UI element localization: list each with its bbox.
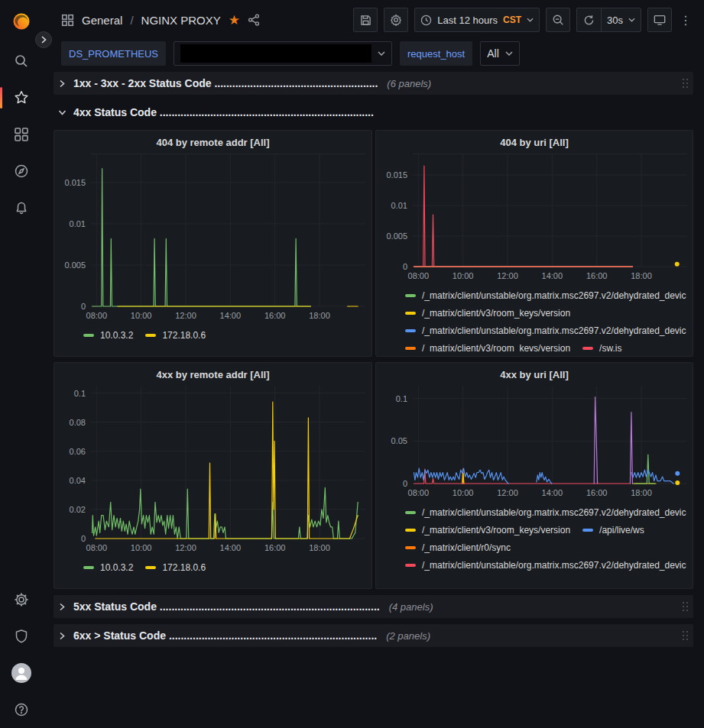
legend-item[interactable]: 10.0.3.2	[83, 558, 133, 576]
timeseries-chart[interactable]: 00.020.040.060.080.108:0010:0012:0014:00…	[60, 386, 365, 555]
y-axis-tick: 0	[81, 534, 86, 543]
series-line	[537, 473, 552, 484]
chevron-right-icon	[57, 632, 67, 640]
row-panel-count: (4 panels)	[389, 601, 433, 613]
variable-label-ds-prometheus[interactable]: DS_PROMETHEUS	[61, 41, 166, 66]
y-axis-tick: 0.1	[74, 389, 86, 398]
sidebar-item-configuration[interactable]	[0, 581, 43, 618]
x-axis-tick: 18:00	[309, 311, 330, 320]
legend-item[interactable]: /_matrix/client/v3/room_keys/version	[405, 304, 570, 322]
chart-canvas[interactable]: 00.020.040.060.080.108:0010:0012:0014:00…	[60, 386, 365, 555]
gear-icon	[390, 14, 402, 26]
legend-label: /api/live/ws	[599, 525, 644, 535]
save-icon	[360, 15, 371, 26]
sidebar-item-explore[interactable]	[0, 153, 43, 189]
x-axis-tick: 12:00	[497, 271, 518, 280]
share-icon[interactable]	[248, 14, 260, 26]
legend-label: /_matrix/client/v3/room_keys/version	[422, 343, 570, 352]
breadcrumb-dashboard-title[interactable]: NGINX PROXY	[141, 14, 221, 27]
save-dashboard-button[interactable]	[353, 8, 378, 32]
variable-value-ds-prometheus[interactable]	[174, 41, 392, 66]
refresh-button[interactable]	[576, 8, 601, 32]
row-title: 1xx - 3xx - 2xx Status Code ............…	[73, 77, 378, 89]
timeseries-chart[interactable]: 00.0050.010.01508:0010:0012:0014:0016:00…	[60, 154, 365, 323]
more-options-kebab[interactable]: ⋮	[678, 13, 693, 28]
zoom-out-time-button[interactable]	[546, 8, 570, 32]
x-axis-tick: 08:00	[408, 488, 430, 497]
row-title: 4xx Status Code ........................…	[73, 106, 374, 118]
panel-title[interactable]: 4xx by uri [All]	[382, 363, 686, 386]
sidebar-item-profile[interactable]	[0, 655, 43, 691]
series-point	[675, 262, 680, 267]
x-axis-tick: 08:00	[86, 311, 108, 320]
row-panel-count: (2 panels)	[386, 630, 430, 642]
y-axis-tick: 0.05	[391, 436, 407, 445]
breadcrumb-folder[interactable]: General	[82, 14, 122, 27]
y-axis-tick: 0.01	[391, 201, 407, 210]
y-axis-tick: 0.015	[64, 178, 86, 187]
variable-value-request-host[interactable]: All	[480, 41, 520, 66]
sidebar-item-server-admin[interactable]	[0, 618, 43, 655]
dashboard-settings-button[interactable]	[384, 8, 408, 32]
sidebar-item-search[interactable]	[0, 43, 43, 79]
panel-title[interactable]: 404 by uri [All]	[382, 131, 686, 154]
panel-grid: 404 by remote addr [All] 00.0050.010.015…	[54, 130, 693, 589]
refresh-interval-dropdown[interactable]: 30s	[601, 8, 641, 32]
legend-item[interactable]: 10.0.3.2	[83, 326, 133, 344]
legend-item[interactable]: /api/live/ws	[582, 521, 644, 539]
timeseries-chart[interactable]: 00.050.108:0010:0012:0014:0016:0018:00	[382, 386, 686, 500]
legend-color-swatch	[405, 347, 416, 350]
legend-color-swatch	[405, 546, 416, 549]
chart-canvas[interactable]: 00.0050.010.01508:0010:0012:0014:0016:00…	[60, 154, 365, 323]
shield-icon	[14, 629, 29, 644]
x-axis-tick: 12:00	[497, 488, 518, 497]
row-header-6xx[interactable]: 6xx > Status Code ......................…	[54, 624, 693, 647]
sidebar-item-alerting[interactable]	[0, 189, 43, 226]
x-axis-tick: 16:00	[264, 543, 286, 552]
row-header-4xx[interactable]: 4xx Status Code ........................…	[54, 101, 693, 124]
chart-canvas[interactable]: 00.0050.010.01508:0010:0012:0014:0016:00…	[382, 154, 687, 283]
legend-item[interactable]: /_matrix/client/v3/room_keys/version	[405, 521, 570, 539]
legend-item[interactable]: /_matrix/client/unstable/org.matrix.msc2…	[405, 286, 686, 304]
compass-icon	[14, 163, 29, 179]
legend-item[interactable]: /_matrix/client/v3/room_keys/version	[405, 339, 570, 351]
legend-label: /_matrix/client/v3/room_keys/version	[422, 525, 570, 535]
legend-item[interactable]: /_matrix/client/unstable/org.matrix.msc2…	[405, 322, 686, 339]
sidebar-item-starred[interactable]	[0, 79, 43, 116]
monitor-icon	[654, 14, 666, 26]
x-axis-tick: 16:00	[586, 271, 608, 280]
legend-item[interactable]: /_matrix/client/unstable/org.matrix.msc2…	[405, 556, 686, 574]
legend-item[interactable]: /_matrix/client/unstable/org.matrix.msc2…	[405, 503, 686, 521]
legend-label: 10.0.3.2	[100, 562, 133, 573]
row-header-1xx-3xx-2xx[interactable]: 1xx - 3xx - 2xx Status Code ............…	[54, 72, 693, 95]
panel-title[interactable]: 404 by remote addr [All]	[60, 131, 365, 154]
panel-title[interactable]: 4xx by remote addr [All]	[60, 363, 365, 386]
row-drag-handle[interactable]	[682, 601, 689, 612]
legend-color-swatch	[405, 529, 416, 532]
kiosk-mode-button[interactable]	[647, 8, 672, 32]
sidebar-expand-button[interactable]	[35, 31, 52, 48]
legend-item[interactable]: 172.18.0.6	[145, 326, 206, 344]
chart-canvas[interactable]: 00.050.108:0010:0012:0014:0016:0018:00	[382, 386, 687, 500]
sidebar-item-help[interactable]	[0, 691, 43, 728]
row-drag-handle[interactable]	[682, 630, 689, 641]
y-axis-tick: 0.005	[386, 231, 407, 241]
legend-item[interactable]: /_matrix/client/r0/sync	[405, 539, 511, 556]
series-line	[631, 470, 673, 484]
legend-color-swatch	[83, 566, 94, 569]
timeseries-chart[interactable]: 00.0050.010.01508:0010:0012:0014:0016:00…	[382, 154, 686, 283]
x-axis-tick: 10:00	[131, 311, 152, 320]
favorite-star-icon[interactable]: ★	[229, 14, 240, 27]
legend-item[interactable]: /sw.js	[582, 339, 621, 351]
main-area: General / NGINX PROXY ★	[43, 0, 704, 728]
legend-item[interactable]: 172.18.0.6	[145, 558, 206, 576]
time-range-picker[interactable]: Last 12 hours CST	[414, 8, 540, 32]
legend-label: 172.18.0.6	[162, 562, 206, 573]
panel-404-by-remote-addr: 404 by remote addr [All] 00.0050.010.015…	[54, 130, 372, 357]
legend-label: /_matrix/client/v3/room_keys/version	[422, 308, 570, 319]
variable-label-request-host[interactable]: request_host	[400, 41, 472, 66]
row-drag-handle[interactable]	[682, 78, 689, 89]
row-header-5xx[interactable]: 5xx Status Code ........................…	[54, 595, 693, 618]
legend-color-swatch	[405, 511, 416, 514]
sidebar-item-dashboards[interactable]	[0, 116, 43, 153]
